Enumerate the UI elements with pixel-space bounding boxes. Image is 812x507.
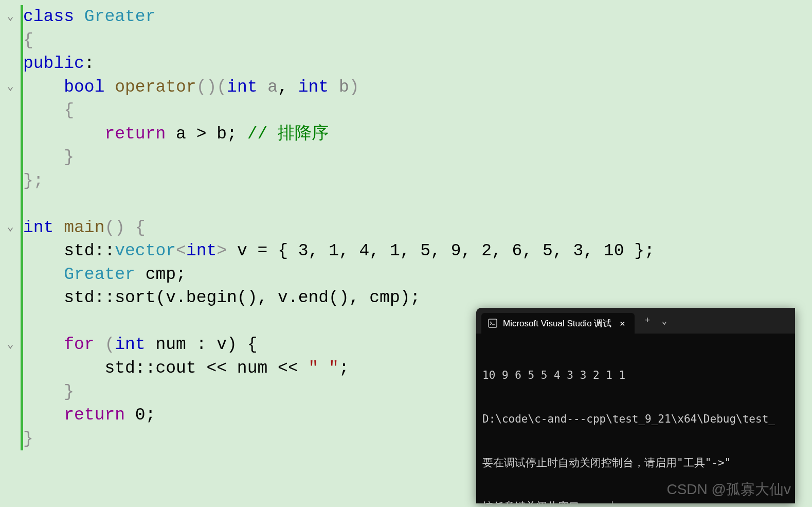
code-line: std::vector<int> v = { 3, 1, 4, 1, 5, 9,… xyxy=(21,239,655,263)
terminal-output[interactable]: 10 9 6 5 5 4 3 3 2 1 1 D:\code\c-and---c… xyxy=(476,334,795,503)
code-line xyxy=(21,193,33,216)
code-line: for (int num : v) { xyxy=(21,333,258,357)
console-icon xyxy=(488,318,498,328)
code-line: } xyxy=(21,146,74,169)
code-line: class Greater xyxy=(21,5,155,29)
output-line: 10 9 6 5 5 4 3 3 2 1 1 xyxy=(482,368,789,382)
new-tab-button[interactable]: + xyxy=(640,312,656,329)
code-line: std::cout << num << " "; xyxy=(21,357,349,380)
code-line xyxy=(21,310,33,334)
code-line: } xyxy=(21,380,74,404)
fold-chevron-icon[interactable]: ⌄ xyxy=(7,9,13,25)
code-line: { xyxy=(21,29,33,53)
close-tab-button[interactable]: ✕ xyxy=(617,317,628,330)
code-line: { xyxy=(21,99,74,123)
code-line: return a > b; // 排降序 xyxy=(21,123,329,146)
svg-rect-0 xyxy=(489,319,497,327)
code-line: return 0; xyxy=(21,404,155,427)
fold-chevron-icon[interactable]: ⌄ xyxy=(7,79,13,95)
code-line: bool operator()(int a, int b) xyxy=(21,76,359,99)
code-line: Greater cmp; xyxy=(21,263,186,287)
code-line: }; xyxy=(21,169,44,193)
console-tab[interactable]: Microsoft Visual Studio 调试 ✕ xyxy=(481,313,635,334)
console-tab-title: Microsoft Visual Studio 调试 xyxy=(503,318,611,329)
tab-dropdown-button[interactable]: ⌄ xyxy=(656,312,672,329)
console-titlebar[interactable]: Microsoft Visual Studio 调试 ✕ + ⌄ xyxy=(476,308,795,334)
fold-chevron-icon[interactable]: ⌄ xyxy=(7,220,13,235)
output-line: D:\code\c-and---cpp\test_9_21\x64\Debug\… xyxy=(482,412,789,426)
output-line: 按任意键关闭此窗口. . . xyxy=(482,499,789,503)
code-line: public: xyxy=(21,52,95,76)
watermark-text: CSDN @孤寡大仙v xyxy=(666,480,791,499)
output-line: 要在调试停止时自动关闭控制台，请启用"工具"->" xyxy=(482,456,789,470)
code-line: } xyxy=(21,427,33,451)
debug-console-window[interactable]: Microsoft Visual Studio 调试 ✕ + ⌄ 10 9 6 … xyxy=(476,308,795,503)
code-line: int main() { xyxy=(21,216,146,240)
fold-chevron-icon[interactable]: ⌄ xyxy=(7,337,13,353)
code-line: std::sort(v.begin(), v.end(), cmp); xyxy=(21,286,420,310)
cursor-icon xyxy=(612,501,612,503)
